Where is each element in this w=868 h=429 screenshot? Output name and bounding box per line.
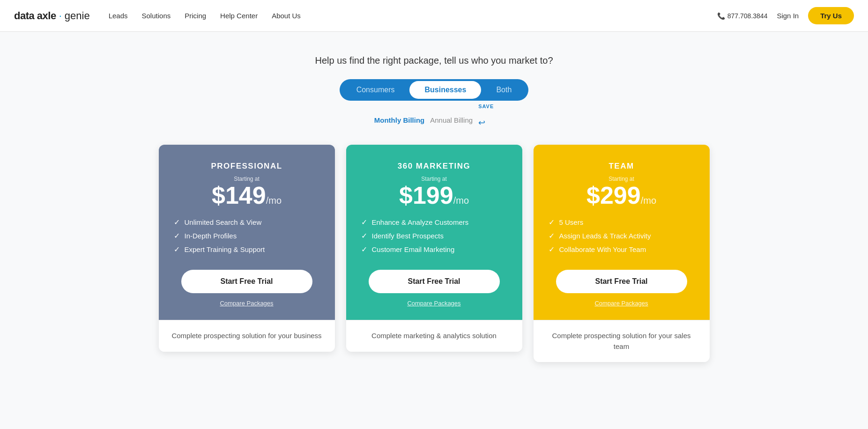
marketing-cta-button[interactable]: Start Free Trial (369, 270, 500, 293)
feature-5-users: ✓ 5 Users (549, 218, 695, 227)
plan-team-bottom: Complete prospecting solution for your s… (534, 320, 710, 362)
team-cta-button[interactable]: Start Free Trial (556, 270, 687, 293)
feature-email-marketing: ✓ Customer Email Marketing (361, 245, 507, 254)
plan-marketing-top: 360 MARKETING Starting at $199 /mo ✓ Enh… (346, 145, 522, 320)
main-content: Help us find the right package, tell us … (0, 32, 868, 429)
plan-marketing-bottom: Complete marketing & analytics solution (346, 320, 522, 352)
check-icon: ✓ (361, 231, 367, 240)
professional-description: Complete prospecting solution for your b… (170, 331, 324, 341)
plan-professional-name: PROFESSIONAL (211, 162, 282, 171)
segment-businesses[interactable]: Businesses (409, 81, 481, 99)
save-badge: SAVE (478, 104, 494, 109)
team-description: Complete prospecting solution for your s… (545, 331, 698, 352)
segment-both[interactable]: Both (481, 81, 527, 99)
billing-annual[interactable]: Annual Billing (430, 116, 473, 124)
check-icon: ✓ (174, 231, 180, 240)
plan-team-price: $299 (586, 183, 641, 207)
team-compare-link[interactable]: Compare Packages (594, 300, 648, 307)
plan-marketing-per: /mo (453, 195, 469, 206)
nav-phone: 📞 877.708.3844 (717, 12, 768, 20)
professional-compare-link[interactable]: Compare Packages (220, 300, 273, 307)
check-icon: ✓ (174, 245, 180, 254)
feature-in-depth-profiles: ✓ In-Depth Profiles (174, 231, 320, 240)
plan-team-name: TEAM (608, 162, 634, 171)
logo-data-axle: data axle (14, 10, 56, 22)
feature-unlimited-search: ✓ Unlimited Search & View (174, 218, 320, 227)
feature-expert-training: ✓ Expert Training & Support (174, 245, 320, 254)
billing-monthly[interactable]: Monthly Billing (374, 116, 424, 124)
plan-marketing-price: $199 (399, 183, 453, 207)
check-icon: ✓ (174, 218, 180, 227)
tagline: Help us find the right package, tell us … (315, 55, 553, 66)
plan-team-top: TEAM Starting at $299 /mo ✓ 5 Users ✓ As… (534, 145, 710, 320)
plan-team-price-row: $299 /mo (586, 183, 656, 207)
check-icon: ✓ (361, 218, 367, 227)
plan-team: TEAM Starting at $299 /mo ✓ 5 Users ✓ As… (534, 145, 710, 362)
plan-team-per: /mo (641, 195, 656, 206)
plan-professional-starting-at: Starting at (234, 176, 260, 182)
nav-links: Leads Solutions Pricing Help Center Abou… (109, 12, 717, 20)
plan-marketing-name: 360 MARKETING (398, 162, 471, 171)
segment-toggle: Consumers Businesses Both (340, 79, 529, 101)
plan-professional-features: ✓ Unlimited Search & View ✓ In-Depth Pro… (174, 218, 320, 259)
try-us-button[interactable]: Try Us (808, 7, 854, 24)
plan-marketing-features: ✓ Enhance & Analyze Customers ✓ Identify… (361, 218, 507, 259)
plan-marketing-starting-at: Starting at (421, 176, 447, 182)
logo-dot: · (59, 10, 62, 22)
plan-professional-price: $149 (212, 183, 266, 207)
plan-professional: PROFESSIONAL Starting at $149 /mo ✓ Unli… (159, 145, 335, 352)
plan-professional-top: PROFESSIONAL Starting at $149 /mo ✓ Unli… (159, 145, 335, 320)
pricing-cards: PROFESSIONAL Starting at $149 /mo ✓ Unli… (153, 145, 715, 362)
segment-consumers[interactable]: Consumers (341, 81, 410, 99)
nav-link-solutions[interactable]: Solutions (142, 12, 171, 20)
marketing-compare-link[interactable]: Compare Packages (407, 300, 460, 307)
check-icon: ✓ (361, 245, 367, 254)
check-icon: ✓ (549, 245, 555, 254)
save-arrow-icon: ↩ (478, 118, 485, 128)
marketing-description: Complete marketing & analytics solution (357, 331, 511, 341)
check-icon: ✓ (549, 231, 555, 240)
feature-assign-leads: ✓ Assign Leads & Track Activity (549, 231, 695, 240)
plan-professional-bottom: Complete prospecting solution for your b… (159, 320, 335, 352)
nav-link-pricing[interactable]: Pricing (185, 12, 206, 20)
plan-360-marketing: 360 MARKETING Starting at $199 /mo ✓ Enh… (346, 145, 522, 352)
check-icon: ✓ (549, 218, 555, 227)
plan-professional-per: /mo (266, 195, 282, 206)
feature-identify-prospects: ✓ Identify Best Prospects (361, 231, 507, 240)
logo-genie: genie (65, 10, 90, 22)
plan-professional-price-row: $149 /mo (212, 183, 282, 207)
plan-marketing-price-row: $199 /mo (399, 183, 469, 207)
billing-toggle: Monthly Billing Annual Billing SAVE ↩ (374, 112, 494, 128)
plan-team-starting-at: Starting at (608, 176, 634, 182)
nav-right: 📞 877.708.3844 Sign In Try Us (717, 7, 854, 24)
phone-icon: 📞 (717, 12, 725, 20)
nav-link-about-us[interactable]: About Us (272, 12, 301, 20)
logo[interactable]: data axle · genie (14, 10, 90, 22)
plan-team-features: ✓ 5 Users ✓ Assign Leads & Track Activit… (549, 218, 695, 259)
sign-in-link[interactable]: Sign In (777, 12, 799, 20)
nav-link-leads[interactable]: Leads (109, 12, 128, 20)
nav-link-help-center[interactable]: Help Center (220, 12, 258, 20)
feature-collaborate: ✓ Collaborate With Your Team (549, 245, 695, 254)
navbar: data axle · genie Leads Solutions Pricin… (0, 0, 868, 32)
professional-cta-button[interactable]: Start Free Trial (181, 270, 312, 293)
feature-enhance-analyze: ✓ Enhance & Analyze Customers (361, 218, 507, 227)
